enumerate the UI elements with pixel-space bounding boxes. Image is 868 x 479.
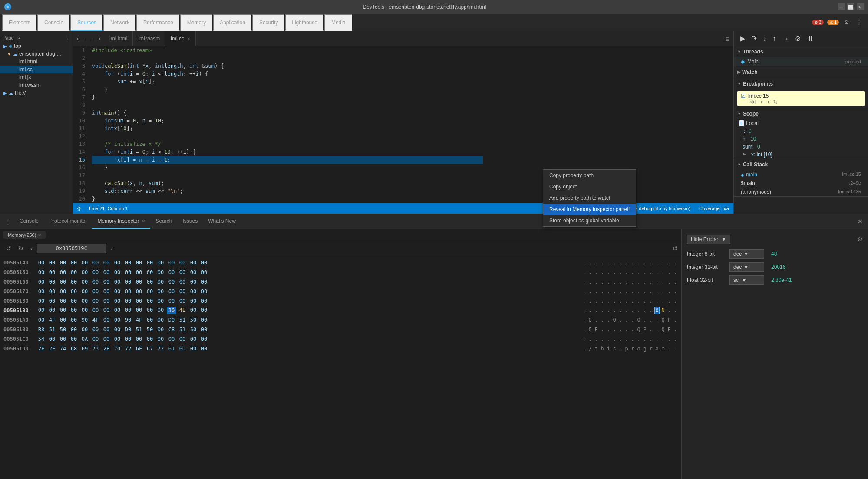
bottom-tab-search[interactable]: Search: [150, 214, 177, 229]
more-icon[interactable]: ⋮: [855, 17, 864, 27]
pause-exceptions-btn[interactable]: ⏸: [804, 33, 816, 44]
step-out-btn[interactable]: ↑: [770, 33, 779, 44]
memory-tab-close[interactable]: ✕: [38, 233, 41, 238]
bottom-tab-console[interactable]: Console: [14, 214, 44, 229]
tree-item-emscripten[interactable]: ▼ ☁ emscripten-dbg-...: [0, 50, 73, 58]
tab-lighthouse[interactable]: Lighthouse: [285, 14, 324, 31]
tab-performance[interactable]: Performance: [136, 14, 180, 31]
tree-label-top: top: [14, 43, 21, 49]
source-tab-lmi-cc-close[interactable]: ✕: [187, 36, 190, 41]
scope-var-x[interactable]: ▶ x: int [10]: [734, 151, 868, 159]
scope-local-header[interactable]: L Local: [734, 119, 868, 127]
bottom-panel-close[interactable]: ✕: [854, 218, 866, 225]
page-more-icon[interactable]: »: [17, 35, 20, 40]
memory-redo-btn[interactable]: ↻: [16, 244, 26, 253]
hex-bytes: 2E2F7468 69732E70 726F6772 616D0000: [36, 346, 576, 352]
memory-inspector: Memory(256) ✕ ↺ ↻ ‹ › ↺ 00505140 000: [0, 229, 681, 479]
tab-sources[interactable]: Sources: [70, 14, 103, 31]
settings-icon[interactable]: ⚙: [842, 17, 851, 27]
call-stack-dollar-main[interactable]: $main :249e: [734, 179, 868, 188]
endian-select[interactable]: Little Endian ▼: [687, 235, 730, 244]
memory-refresh-btn[interactable]: ↺: [673, 245, 678, 252]
page-options-icon[interactable]: ⋮: [65, 35, 70, 40]
tree-item-lmi-html[interactable]: lmi.html: [0, 58, 73, 66]
memory-tab-bar: Memory(256) ✕: [0, 229, 681, 241]
call-stack-title: Call Stack: [743, 162, 768, 168]
source-nav-back[interactable]: ⟵: [73, 35, 89, 42]
minimize-btn[interactable]: ─: [838, 3, 845, 10]
hex-ascii: .QP. .... .QP. .QP.: [578, 327, 678, 333]
resume-btn[interactable]: ▶: [737, 33, 748, 44]
memory-prev-btn[interactable]: ‹: [28, 244, 35, 253]
inspector-row-float32: Float 32-bit sci ▼ 2.80e-41: [687, 275, 863, 285]
hex-row-00505160: 00505160 00000000 00000000 00000000 0000…: [3, 277, 678, 287]
thread-main[interactable]: ◆ Main paused: [734, 57, 868, 66]
memory-address-input[interactable]: [37, 244, 106, 253]
breakpoints-header[interactable]: ▼ Breakpoints: [734, 78, 868, 89]
scope-header[interactable]: ▼ Scope: [734, 108, 868, 119]
memory-undo-btn[interactable]: ↺: [3, 244, 14, 253]
step-into-btn[interactable]: ↓: [760, 33, 769, 44]
breakpoints-title: Breakpoints: [743, 81, 773, 87]
step-over-btn[interactable]: ↷: [749, 33, 759, 44]
code-braces-icon[interactable]: {}: [77, 206, 80, 211]
tab-application[interactable]: Application: [213, 14, 252, 31]
call-stack-header[interactable]: ▼ Call Stack: [734, 159, 868, 170]
tree-item-top[interactable]: ▶ ⊕ top: [0, 42, 73, 50]
tab-media[interactable]: Media: [324, 14, 353, 31]
threads-arrow: ▼: [737, 50, 741, 54]
tab-network[interactable]: Network: [103, 14, 136, 31]
tree-item-file[interactable]: ▶ ☁ file://: [0, 89, 73, 97]
tab-elements[interactable]: Elements: [2, 14, 37, 31]
float32-format-select[interactable]: sci ▼: [729, 275, 764, 285]
bottom-tab-memory-close[interactable]: ✕: [142, 219, 145, 224]
hex-addr: 005051D0: [3, 346, 35, 352]
memory-tab-item[interactable]: Memory(256) ✕: [3, 231, 46, 239]
tab-console[interactable]: Console: [37, 14, 70, 31]
source-tab-lmi-wasm[interactable]: lmi.wasm: [133, 31, 165, 46]
restore-btn[interactable]: ⬜: [847, 3, 854, 10]
code-line-12: [92, 132, 733, 140]
inspector-settings-icon[interactable]: ⚙: [857, 236, 863, 243]
tree-item-lmi-js[interactable]: lmi.js: [0, 73, 73, 81]
memory-next-btn[interactable]: ›: [108, 244, 116, 253]
ctx-add-to-watch[interactable]: Add property path to watch: [543, 192, 636, 204]
bottom-options-icon[interactable]: ⋮: [2, 218, 14, 225]
code-content[interactable]: #include <iostream> void calcSum(int *x,…: [89, 46, 733, 203]
tree-item-lmi-cc[interactable]: lmi.cc: [0, 66, 73, 73]
ctx-copy-object[interactable]: Copy object: [543, 181, 636, 192]
int32-format-select[interactable]: dec ▼: [729, 262, 764, 272]
breakpoint-item[interactable]: ☑ lmi.cc:15 x[i] = n - i - 1;: [737, 91, 865, 106]
watch-header[interactable]: ▶ Watch: [734, 66, 868, 78]
bottom-tab-memory[interactable]: Memory Inspector ✕: [92, 214, 150, 229]
source-tab-lmi-cc[interactable]: lmi.cc ✕: [165, 31, 196, 46]
float32-value: 2.80e-41: [771, 277, 792, 283]
bottom-tab-protocol[interactable]: Protocol monitor: [44, 214, 92, 229]
nav-tabs: Elements Console Sources Network Perform…: [0, 14, 868, 31]
ctx-copy-property-path[interactable]: Copy property path: [543, 170, 636, 181]
code-line-4: for (int i = 0; i < length; ++i) {: [92, 70, 733, 78]
threads-header[interactable]: ▼ Threads: [734, 46, 868, 57]
tree-item-lmi-wasm[interactable]: lmi.wasm: [0, 81, 73, 89]
highlighted-byte[interactable]: 30: [167, 307, 176, 314]
tab-memory[interactable]: Memory: [180, 14, 213, 31]
scope-arrow: ▼: [737, 112, 741, 116]
source-tab-lmi-html[interactable]: lmi.html: [104, 31, 133, 46]
tab-security[interactable]: Security: [252, 14, 285, 31]
source-nav-forward[interactable]: ⟶: [89, 35, 104, 42]
call-stack-anonymous[interactable]: (anonymous) lmi.js:1435: [734, 188, 868, 196]
close-btn[interactable]: ✕: [857, 3, 864, 10]
source-panel-toggle[interactable]: ⊟: [722, 36, 733, 42]
int8-format-select[interactable]: dec ▼: [729, 249, 764, 259]
watch-arrow: ▶: [737, 70, 740, 74]
bottom-tab-issues[interactable]: Issues: [177, 214, 203, 229]
call-stack-main[interactable]: ◆ main lmi.cc:15: [734, 170, 868, 179]
call-stack-main-label: main: [746, 172, 757, 178]
code-line-17: [92, 172, 733, 179]
bottom-tab-whatsnew[interactable]: What's New: [203, 214, 241, 229]
step-btn[interactable]: →: [779, 33, 792, 44]
ctx-store-global[interactable]: Store object as global variable: [543, 215, 636, 226]
deactivate-breakpoints-btn[interactable]: ⊘: [792, 33, 803, 44]
call-stack-dollar-main-label: $main: [741, 180, 755, 186]
ctx-reveal-memory[interactable]: Reveal in Memory Inspector panel!: [543, 204, 636, 215]
